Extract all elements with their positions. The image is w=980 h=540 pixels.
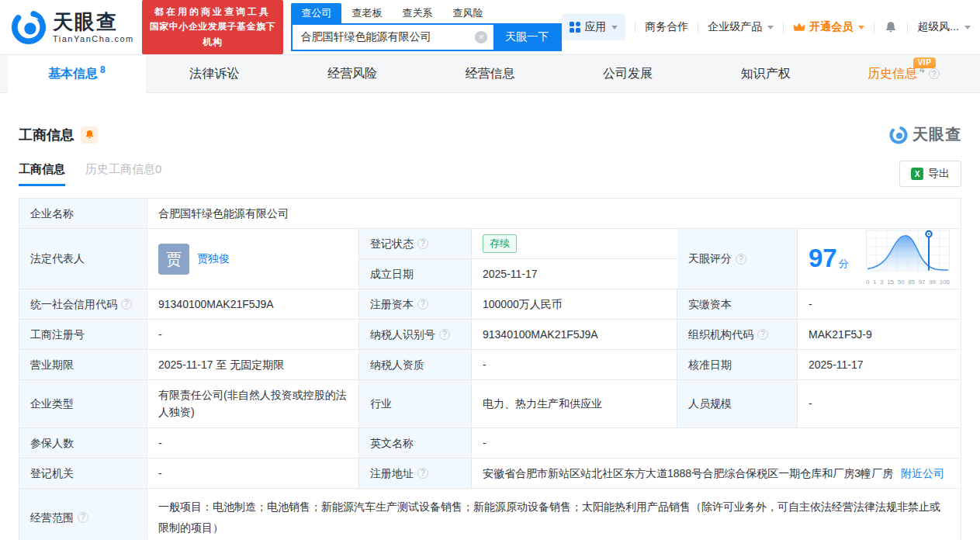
legal-representative-link[interactable]: 贾独俊 bbox=[197, 250, 230, 267]
chevron-down-icon bbox=[858, 26, 864, 29]
business-info-table: 企业名称 合肥国轩绿色能源有限公司 法定代表人 贾 贾独俊 登记状态 存续 bbox=[19, 198, 961, 540]
logo-text: 天眼查 TianYanCha.com bbox=[53, 12, 134, 43]
table-row: 经营范围 一般项目：电池制造；电池销售；新能源汽车生产测试设备销售；新能源原动设… bbox=[19, 489, 961, 540]
field-value-taxpayer-qualification: - bbox=[472, 350, 677, 380]
field-value-registration-authority: - bbox=[147, 459, 359, 489]
field-label-registered-address: 注册地址 bbox=[359, 459, 472, 489]
tab-company-development[interactable]: 公司发展 bbox=[559, 55, 697, 93]
search-tab-company[interactable]: 查公司 bbox=[291, 3, 341, 23]
help-icon[interactable] bbox=[78, 512, 88, 523]
nav-super-risk[interactable]: 超级风... bbox=[917, 20, 971, 34]
field-value-approval-date: 2025-11-17 bbox=[798, 350, 961, 380]
page: 天眼查 TianYanCha.com 都在用的商业查询工具 国家中小企业发展子基… bbox=[0, 0, 980, 540]
tab-history-info[interactable]: VIP 历史信息 4 bbox=[834, 55, 972, 93]
nearby-companies-link[interactable]: 附近公司 bbox=[901, 465, 944, 482]
section-header: 工商信息 天眼查 bbox=[19, 124, 961, 145]
field-label-company-type: 企业类型 bbox=[19, 380, 147, 428]
nav-vip-label: 开通会员 bbox=[809, 20, 853, 34]
help-icon[interactable] bbox=[121, 299, 132, 310]
status-badge: 存续 bbox=[483, 234, 517, 253]
vip-badge: VIP bbox=[913, 57, 937, 68]
slogan-line1: 都在用的商业查询工具 bbox=[150, 5, 276, 19]
score-number: 97分 bbox=[809, 245, 849, 272]
nav-apps[interactable]: 应用 bbox=[562, 14, 625, 40]
tianyancha-watermark: 天眼查 bbox=[889, 124, 961, 145]
search-tab-boss[interactable]: 查老板 bbox=[341, 3, 392, 23]
subtab-row: 工商信息 历史工商信息0 导出 bbox=[19, 161, 961, 187]
nav-business-label: 商务合作 bbox=[645, 20, 688, 34]
tab-label: 历史信息 bbox=[867, 66, 917, 82]
help-icon[interactable] bbox=[417, 299, 428, 310]
field-label-registration-authority: 登记机关 bbox=[19, 459, 147, 489]
export-button[interactable]: 导出 bbox=[899, 161, 961, 187]
nav-business-cooperation[interactable]: 商务合作 bbox=[645, 20, 688, 34]
chart-x-ticks: 0131550859799100 bbox=[866, 278, 950, 288]
subscribe-bell-icon[interactable] bbox=[81, 126, 98, 144]
brand-name: 天眼查 bbox=[53, 12, 134, 32]
field-label-registration-status: 登记状态 bbox=[359, 229, 472, 259]
tab-label: 公司发展 bbox=[603, 66, 653, 82]
search-button[interactable]: 天眼一下 bbox=[493, 25, 560, 50]
tab-intellectual-property[interactable]: 知识产权 bbox=[697, 55, 835, 93]
divider bbox=[635, 22, 635, 33]
tab-label: 知识产权 bbox=[741, 66, 791, 82]
tab-operating-risk[interactable]: 经营风险 bbox=[283, 55, 421, 93]
nav-open-vip[interactable]: 开通会员 bbox=[793, 20, 864, 34]
field-label-taxpayer-qualification: 纳税人资质 bbox=[359, 350, 472, 380]
table-row: 法定代表人 贾 贾独俊 登记状态 存续 成立日期 bbox=[19, 229, 961, 289]
tab-count: 8 bbox=[100, 64, 106, 75]
tab-label: 基本信息 bbox=[48, 66, 98, 82]
search-tab-risk[interactable]: 查风险 bbox=[442, 3, 493, 23]
field-label-establishment-date: 成立日期 bbox=[359, 259, 472, 289]
subtab-history-business-info[interactable]: 历史工商信息0 bbox=[85, 162, 161, 186]
help-icon[interactable] bbox=[439, 329, 450, 340]
field-value-registration-status: 存续 bbox=[472, 229, 677, 259]
divider bbox=[698, 22, 698, 33]
tab-legal-proceedings[interactable]: 法律诉讼 bbox=[146, 55, 284, 93]
help-icon[interactable] bbox=[417, 468, 428, 479]
help-icon[interactable] bbox=[417, 238, 428, 249]
slogan-line2: 国家中小企业发展子基金旗下机构 bbox=[150, 19, 276, 49]
top-nav: 应用 商务合作 企业级产品 开通会员 bbox=[562, 14, 971, 40]
tab-basic-info[interactable]: 基本信息 8 bbox=[8, 55, 146, 93]
notification-bell-icon[interactable] bbox=[884, 20, 898, 34]
tab-operating-info[interactable]: 经营信息 bbox=[421, 55, 559, 93]
tab-label: 经营风险 bbox=[327, 66, 377, 82]
subtab-label: 历史工商信息 bbox=[85, 162, 155, 175]
brand-slogan-banner: 都在用的商业查询工具 国家中小企业发展子基金旗下机构 bbox=[142, 0, 284, 54]
subtab-label: 工商信息 bbox=[19, 162, 65, 175]
status-date-column: 登记状态 存续 成立日期 2025-11-17 bbox=[359, 229, 677, 289]
search-tab-relation[interactable]: 查关系 bbox=[392, 3, 442, 23]
field-label-insured-count: 参保人数 bbox=[19, 428, 147, 459]
field-label-tianyan-score: 天眼评分 bbox=[677, 229, 798, 289]
field-label-business-term: 营业期限 bbox=[19, 350, 147, 380]
table-row: 统一社会信用代码 91340100MAK21F5J9A 注册资本 100000万… bbox=[19, 289, 961, 320]
field-label-legal-representative: 法定代表人 bbox=[19, 229, 147, 289]
field-value-company-name: 合肥国轩绿色能源有限公司 bbox=[147, 199, 961, 229]
divider bbox=[874, 22, 874, 33]
nav-apps-label: 应用 bbox=[584, 20, 606, 34]
clear-search-icon[interactable] bbox=[475, 31, 487, 43]
avatar[interactable]: 贾 bbox=[158, 244, 189, 275]
help-icon[interactable] bbox=[929, 68, 940, 79]
search-area: 查公司 查老板 查关系 查风险 天眼一下 bbox=[291, 3, 562, 51]
field-value-industry: 电力、热力生产和供应业 bbox=[472, 380, 677, 428]
search-tabs: 查公司 查老板 查关系 查风险 bbox=[291, 3, 562, 23]
help-icon[interactable] bbox=[757, 329, 768, 340]
subtab-business-info[interactable]: 工商信息 bbox=[19, 162, 65, 186]
field-value-establishment-date: 2025-11-17 bbox=[472, 259, 677, 289]
field-value-staff-size: - bbox=[798, 380, 961, 428]
chevron-down-icon bbox=[964, 26, 971, 29]
nav-enterprise-products[interactable]: 企业级产品 bbox=[708, 20, 774, 34]
search-input[interactable] bbox=[293, 25, 475, 50]
field-label-approval-date: 核准日期 bbox=[677, 350, 798, 380]
help-icon[interactable] bbox=[736, 254, 746, 265]
field-value-insured-count: - bbox=[147, 428, 359, 459]
tianyancha-logo[interactable]: 天眼查 TianYanCha.com bbox=[11, 9, 134, 45]
divider bbox=[907, 22, 908, 33]
field-value-taxpayer-id: 91340100MAK21F5J9A bbox=[472, 320, 677, 350]
field-label-organization-code: 组织机构代码 bbox=[677, 320, 798, 350]
field-label-paid-capital: 实缴资本 bbox=[677, 289, 798, 320]
main-content: 工商信息 天眼查 工商信息 bbox=[0, 124, 980, 540]
field-value-business-term: 2025-11-17 至 无固定期限 bbox=[147, 350, 359, 380]
